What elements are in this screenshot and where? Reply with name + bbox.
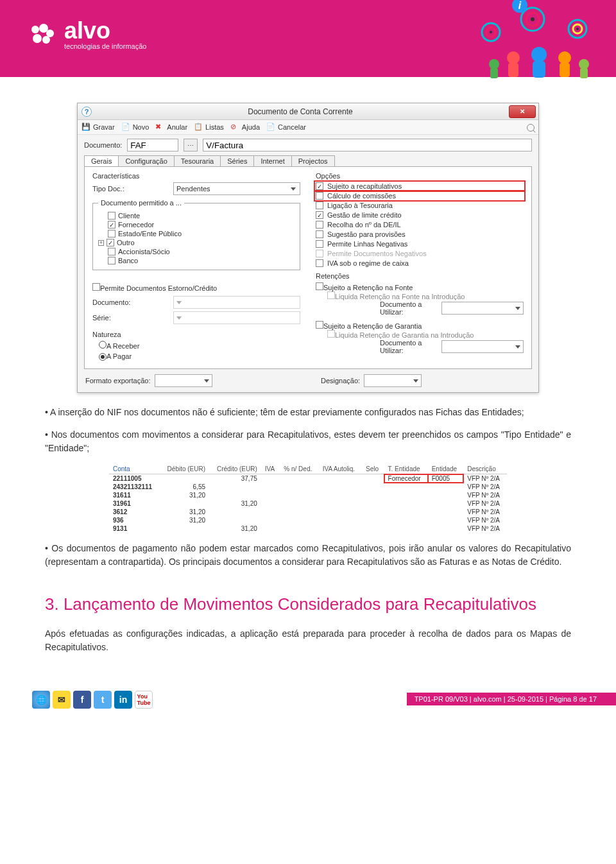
lists-button[interactable]: 📋Listas (194, 123, 224, 132)
lookup-button[interactable]: ⋯ (184, 139, 198, 151)
svg-point-20 (531, 17, 535, 21)
table-row: 3196131,20VFP Nº 2/A (109, 499, 507, 508)
col-header: Crédito (EUR) (209, 464, 261, 474)
storno-checkbox[interactable] (92, 283, 100, 291)
save-button[interactable]: 💾Gravar (81, 123, 115, 132)
retencoes-title: Retenções (316, 272, 524, 280)
youtube-icon[interactable]: YouTube (135, 691, 153, 709)
ret-fonte-chk[interactable] (316, 282, 323, 290)
option-checkbox[interactable] (316, 211, 323, 219)
twitter-icon[interactable]: t (94, 691, 112, 709)
tree-checkbox[interactable] (108, 257, 116, 264)
svg-point-0 (31, 26, 39, 33)
col-header: T. Entidade (384, 464, 428, 474)
tree-checkbox[interactable] (107, 239, 114, 246)
save-icon: 💾 (81, 123, 90, 132)
tree-checkbox[interactable] (108, 212, 116, 220)
svg-rect-14 (580, 68, 588, 78)
expander-icon[interactable]: + (98, 240, 104, 246)
tree-checkbox[interactable] (108, 248, 116, 255)
formato-label: Formato exportação: (85, 377, 151, 384)
tab-séries[interactable]: Séries (220, 155, 254, 166)
storno-doc-combo[interactable] (173, 296, 300, 309)
col-header: % n/ Ded. (280, 464, 318, 474)
tree-checkbox[interactable] (108, 230, 116, 238)
table-row: 93631,20VFP Nº 2/A (109, 516, 507, 524)
tree-item[interactable]: Cliente (98, 212, 295, 220)
radio-receber[interactable] (99, 341, 107, 349)
svg-point-9 (531, 47, 547, 62)
brand-tagline: tecnologias de informação (64, 42, 146, 50)
new-button[interactable]: 📄Novo (121, 123, 150, 132)
svg-point-5 (489, 59, 499, 69)
ret-fonte-liq-chk[interactable] (327, 291, 335, 299)
opcoes-title: Opções (316, 172, 524, 180)
toolbar: 💾Gravar 📄Novo ✖Anular 📋Listas ⊘Ajuda 📄Ca… (78, 120, 538, 135)
table-screenshot: ContaDébito (EUR)Crédito (EUR)IVA% n/ De… (109, 464, 507, 533)
tab-gerais[interactable]: Gerais (84, 155, 119, 166)
tab-tesouraria[interactable]: Tesouraria (174, 155, 221, 166)
permitido-group: Documento permitido a ... ClienteFornece… (92, 199, 300, 270)
tab-internet[interactable]: Internet (253, 155, 291, 166)
tree-item[interactable]: +Outro (98, 239, 295, 246)
option-item: Sugestão para provisões (316, 230, 524, 238)
option-checkbox[interactable] (316, 202, 323, 209)
designacao-combo[interactable] (364, 374, 422, 387)
linkedin-icon[interactable]: in (114, 691, 132, 709)
storno-serie-combo[interactable] (173, 311, 300, 324)
documento-code-input[interactable] (127, 139, 178, 151)
tree-item[interactable]: Accionista/Sócio (98, 248, 295, 255)
tab-configuração[interactable]: Configuração (118, 155, 174, 166)
cancel-icon: 📄 (266, 123, 275, 132)
storno-label: Permite Documentos Estorno/Crédito (100, 284, 217, 292)
tree-item[interactable]: Banco (98, 257, 295, 264)
svg-point-17 (490, 31, 492, 33)
natureza-title: Natureza (92, 331, 300, 338)
svg-point-11 (558, 51, 571, 64)
tab-projectos[interactable]: Projectos (291, 155, 335, 166)
globe-icon[interactable]: 🌐 (32, 691, 50, 709)
ret-garantia-liq-chk[interactable] (327, 330, 335, 338)
option-checkbox[interactable] (316, 230, 323, 238)
facebook-icon[interactable]: f (73, 691, 91, 709)
formato-combo[interactable] (155, 374, 212, 387)
tipodoc-combo[interactable]: Pendentes (173, 182, 300, 195)
mail-icon[interactable]: ✉ (53, 691, 71, 709)
option-item: Ligação à Tesouraria (316, 202, 524, 209)
window-title: Documento de Conta Corrente (92, 107, 509, 116)
documento-desc-input[interactable] (203, 139, 532, 151)
tab-gerais-panel: Características Tipo Doc.: Pendentes Doc… (84, 166, 532, 369)
tree-item[interactable]: Estado/Ente Público (98, 230, 295, 238)
cancel-record-button[interactable]: ✖Anular (155, 123, 187, 132)
util1-combo[interactable] (441, 302, 524, 315)
dialog-screenshot: ? Documento de Conta Corrente ✕ 💾Gravar … (77, 103, 539, 393)
titlebar: ? Documento de Conta Corrente ✕ (78, 103, 538, 120)
tree-item[interactable]: Fornecedor (98, 221, 295, 229)
option-checkbox[interactable] (316, 221, 323, 229)
col-header: Débito (EUR) (160, 464, 209, 474)
svg-point-2 (46, 30, 54, 37)
svg-rect-8 (508, 63, 518, 77)
option-item: Recolha do nº da DE/IL (316, 221, 524, 229)
close-button[interactable]: ✕ (509, 105, 536, 118)
conta-table: ContaDébito (EUR)Crédito (EUR)IVA% n/ De… (109, 464, 507, 533)
option-checkbox[interactable] (316, 192, 323, 200)
help-icon-tb: ⊘ (230, 123, 239, 132)
option-item: IVA sob o regime de caixa (316, 259, 524, 267)
option-checkbox[interactable] (316, 182, 323, 190)
help-icon[interactable]: ? (81, 107, 92, 117)
tree-checkbox[interactable] (108, 221, 116, 229)
option-checkbox[interactable] (316, 250, 323, 257)
cancel-button[interactable]: 📄Cancelar (266, 123, 306, 132)
help-button[interactable]: ⊘Ajuda (230, 123, 260, 132)
util2-combo[interactable] (441, 340, 524, 353)
col-header: Selo (362, 464, 384, 474)
svg-point-7 (507, 51, 520, 64)
option-checkbox[interactable] (316, 259, 323, 267)
option-checkbox[interactable] (316, 240, 323, 248)
radio-pagar[interactable] (99, 353, 107, 361)
paragraph-1: A inserção do NIF nos documentos não é s… (45, 406, 571, 419)
ret-garantia-chk[interactable] (316, 321, 323, 329)
col-header: Entidade (428, 464, 464, 474)
search-icon[interactable] (527, 124, 535, 132)
